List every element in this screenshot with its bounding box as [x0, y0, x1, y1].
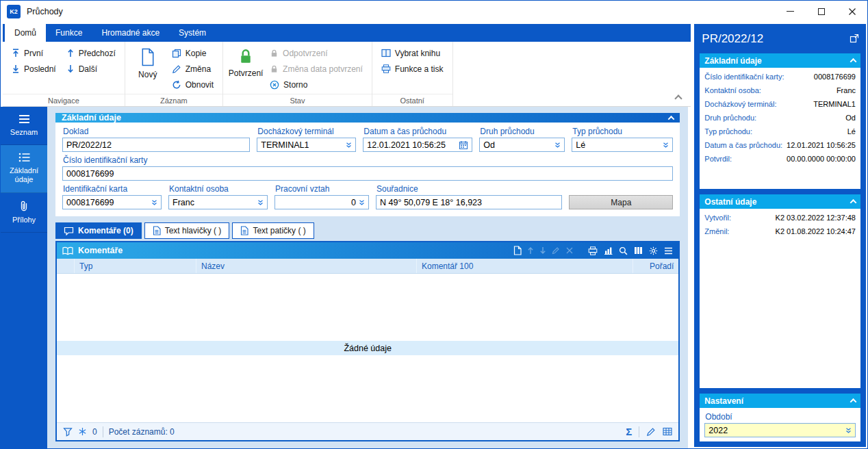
quick-edit-icon[interactable] [646, 427, 656, 437]
document-text-icon [240, 226, 248, 235]
sidebar-item-zakladni-udaje[interactable]: Základní údaje [1, 145, 47, 192]
printer-icon [381, 64, 391, 73]
expand-icon [850, 34, 859, 43]
grid-col-nazev[interactable]: Název [196, 259, 417, 273]
first-button[interactable]: První [8, 45, 60, 61]
ribbon-group-zaznam: Nový Kopie Změna [125, 42, 223, 106]
new-button[interactable]: Nový [130, 45, 166, 94]
maximize-icon [818, 8, 825, 15]
new-record-icon[interactable] [513, 246, 522, 255]
dropdown-chevron-icon [845, 427, 852, 434]
id-karta-combo[interactable]: 0008176699 [62, 195, 162, 209]
tab-komentare-label: Komentáře (0) [78, 226, 133, 235]
grid-col-typ[interactable]: Typ [75, 259, 196, 273]
souradnice-input[interactable] [376, 195, 562, 209]
last-button[interactable]: Poslední [8, 61, 60, 77]
next-button[interactable]: Další [62, 61, 120, 77]
confirm-label: Potvrzení [229, 68, 264, 78]
change-label: Změna [186, 64, 211, 74]
calendar-button[interactable] [459, 140, 468, 150]
preview-row-value: 00.00.0000 00:00:00 [787, 152, 856, 166]
tab-text-hlavicky[interactable]: Text hlavičky ( ) [144, 222, 230, 239]
minimize-button[interactable] [775, 1, 806, 22]
change-button[interactable]: Změna [168, 61, 218, 77]
osoba-combo[interactable]: Franc [168, 195, 268, 209]
collapse-chevron-icon[interactable] [850, 398, 857, 405]
storno-icon [270, 80, 279, 90]
cislo-karty-input[interactable] [62, 166, 673, 181]
collapse-chevron-icon[interactable] [668, 115, 675, 122]
filter-icon[interactable] [63, 427, 73, 437]
last-label: Poslední [24, 64, 56, 74]
refresh-button[interactable]: Obnovit [168, 77, 218, 92]
document-text-icon [153, 226, 161, 235]
datum-input[interactable]: 12.01.2021 10:56:25 [363, 138, 472, 152]
preview-row-label: Potvrdil: [704, 152, 732, 166]
left-column: Domů Funkce Hromadné akce Systém První [1, 22, 691, 448]
preview-row: Druh průchodu:Od [704, 111, 856, 125]
columns-icon[interactable] [634, 246, 643, 255]
previous-button[interactable]: Předchozí [62, 45, 120, 61]
copy-button[interactable]: Kopie [168, 45, 218, 61]
open-in-window-button[interactable] [850, 34, 859, 45]
preview-row-value: TERMINAL1 [813, 97, 856, 111]
osoba-label: Kontaktní osoba [169, 184, 267, 194]
druh-combo[interactable]: Od [479, 138, 565, 152]
minimize-icon [787, 11, 794, 12]
preview-section-title: Nastavení [704, 396, 743, 406]
table-settings-icon[interactable] [663, 427, 672, 436]
ribbon-tab-hromadne-akce[interactable]: Hromadné akce [92, 24, 169, 42]
ribbon-tab-system[interactable]: Systém [169, 24, 216, 42]
grid-col-selector[interactable] [57, 259, 75, 273]
sidebar-item-prilohy[interactable]: Přílohy [1, 193, 47, 233]
comments-grid-title: Komentáře [78, 246, 123, 255]
maximize-button[interactable] [806, 1, 837, 22]
terminal-combo[interactable]: TERMINAL1 [257, 138, 356, 152]
grid-toolbar-left [513, 246, 574, 255]
dropdown-chevron-icon [359, 199, 365, 206]
grid-status-bar: 0 Počet záznamů: 0 Σ [57, 422, 678, 440]
preview-row: Datum a čas průchodu:12.01.2021 10:56:25 [704, 138, 856, 152]
dropdown-chevron-icon [663, 142, 669, 149]
cancel-record-button[interactable]: Storno [266, 77, 367, 92]
tab-text-paticky[interactable]: Text patičky ( ) [232, 222, 314, 239]
menu-icon[interactable] [664, 247, 673, 255]
cancel-record-label: Storno [283, 80, 307, 90]
open-book-icon [62, 246, 73, 255]
preview-section-header: Nastavení [700, 394, 860, 408]
select-book-button[interactable]: Vybrat knihu [377, 45, 448, 61]
print-icon[interactable] [588, 246, 598, 255]
settings-gear-icon[interactable] [649, 246, 658, 255]
obdobi-combo[interactable]: 2022 [704, 423, 856, 437]
new-label: Nový [138, 70, 157, 79]
tab-text-hlavicky-label: Text hlavičky ( ) [165, 226, 222, 235]
chart-icon[interactable] [604, 246, 613, 255]
confirm-button[interactable]: Potvrzení [228, 45, 264, 94]
tab-komentare[interactable]: Komentáře (0) [55, 222, 142, 239]
grid-col-poradi[interactable]: Pořadí [633, 259, 678, 273]
sum-icon[interactable]: Σ [626, 426, 632, 437]
preview-row-value: Franc [837, 84, 856, 97]
collapse-chevron-icon[interactable] [850, 58, 857, 65]
dropdown-chevron-icon [257, 199, 264, 206]
vztah-combo[interactable]: 0 [275, 195, 369, 209]
grid-body: Žádné údaje [57, 274, 678, 422]
ribbon-tab-domu[interactable]: Domů [5, 24, 46, 42]
typ-combo[interactable]: Lé [572, 138, 673, 152]
preview-row-label: Druh průchodu: [704, 111, 756, 125]
vztah-label: Pracovní vztah [275, 184, 368, 194]
collapse-chevron-icon[interactable] [850, 199, 857, 206]
search-icon[interactable] [619, 246, 628, 255]
window-title: Průchody [27, 7, 63, 16]
sidebar-item-seznam[interactable]: Seznam [1, 107, 47, 145]
mapa-button[interactable]: Mapa [569, 195, 673, 209]
related-records-icon[interactable] [78, 427, 87, 436]
functions-print-button[interactable]: Funkce a tisk [377, 61, 448, 77]
ribbon-group-ostatni: Vybrat knihu Funkce a tisk Ostatní [372, 42, 453, 106]
comments-grid: Komentáře [55, 241, 680, 441]
ribbon-tab-funkce[interactable]: Funkce [46, 24, 92, 42]
doklad-input[interactable] [62, 138, 250, 152]
close-button[interactable] [837, 1, 867, 22]
grid-col-komentar[interactable]: Komentář 100 [417, 259, 633, 273]
preview-section-body: Období 2022 [700, 408, 860, 441]
